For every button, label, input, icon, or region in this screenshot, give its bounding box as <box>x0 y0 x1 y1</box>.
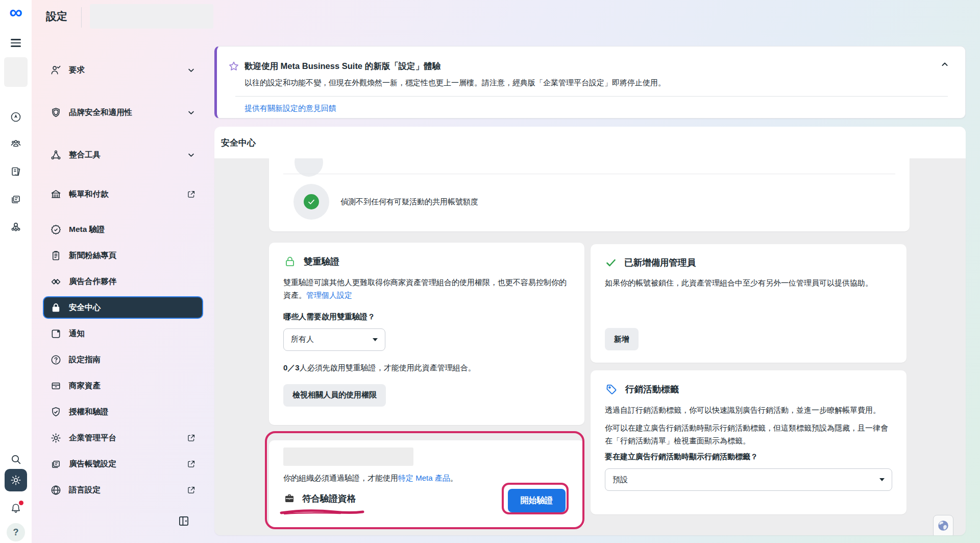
backup-admin-card: 已新增備用管理員 如果你的帳號被鎖住，此資產管理組合中至少有另外一位管理員可以提… <box>591 244 906 363</box>
tag-icon <box>605 383 618 396</box>
sidebar-item-14[interactable]: 語言設定 <box>43 479 203 501</box>
ads-doc-icon <box>50 458 62 470</box>
campaign-tags-question: 要在建立廣告行銷活動時顯示行銷活動標籤？ <box>605 452 892 462</box>
globe-icon[interactable] <box>933 515 953 535</box>
title-divider <box>81 7 82 28</box>
globe-icon <box>50 484 62 496</box>
settings-icon[interactable] <box>5 469 27 491</box>
verification-title-placeholder <box>283 447 413 466</box>
add-admin-button[interactable]: 新增 <box>605 328 639 350</box>
lock-icon <box>283 255 297 268</box>
chevron-up-icon[interactable] <box>937 57 953 73</box>
meta-products-link[interactable]: 特定 Meta 產品 <box>398 474 450 482</box>
status-divider <box>283 174 895 174</box>
content-icon[interactable] <box>5 160 27 183</box>
sidebar-item-2[interactable]: 整合工具 <box>43 144 203 166</box>
banner-title: 歡迎使用 Meta Business Suite 的新版「設定」體驗 <box>244 61 440 72</box>
external-icon <box>186 459 196 469</box>
chevron-down-icon <box>186 150 196 160</box>
sidebar-item-13[interactable]: 廣告帳號設定 <box>43 453 203 475</box>
campaign-tags-card: 行銷活動標籤 透過自訂行銷活動標籤，你可以快速識別廣告行銷活動，並進一步瞭解帳單… <box>591 370 906 514</box>
sidebar-item-3[interactable]: 帳單和付款 <box>43 183 203 205</box>
sidebar-menu: 要求品牌安全和適用性整合工具帳單和付款Meta 驗證新聞粉絲專頁廣告合作夥伴安全… <box>43 59 203 505</box>
main-content: 歡迎使用 Meta Business Suite 的新版「設定」體驗 以往的設定… <box>214 0 966 543</box>
backup-admin-title: 已新增備用管理員 <box>624 256 696 269</box>
security-checkup-card: 偵測不到任何有可疑活動的共用帳號額度 <box>269 158 910 231</box>
page-title: 設定 <box>46 9 67 23</box>
status-text: 偵測不到任何有可疑活動的共用帳號額度 <box>340 197 478 207</box>
eligible-label: 符合驗證資格 <box>302 492 356 505</box>
external-icon <box>186 485 196 495</box>
status-circle <box>293 184 329 220</box>
audience-icon[interactable] <box>5 132 27 155</box>
promote-icon[interactable] <box>5 106 27 128</box>
help-icon[interactable]: ? <box>7 523 25 541</box>
business-name-placeholder[interactable] <box>90 4 213 29</box>
nodes-icon <box>50 149 62 161</box>
two-factor-body: 雙重驗證可讓其他人更難取得你商家資產管理組合的使用權限，也更不容易控制你的資產。… <box>283 276 570 302</box>
external-icon <box>186 433 196 443</box>
business-avatar[interactable] <box>4 57 28 87</box>
app-rail: ∞ ? <box>0 0 32 543</box>
shield-check-icon <box>50 406 62 418</box>
check-circle-icon <box>304 194 319 209</box>
campaign-tags-dropdown[interactable]: 預設 <box>605 468 892 491</box>
sidebar-item-4[interactable]: Meta 驗證 <box>43 218 203 241</box>
sidebar-item-11[interactable]: 授權和驗證 <box>43 400 203 423</box>
status-row: 偵測不到任何有可疑活動的共用帳號額度 <box>293 184 478 220</box>
two-factor-audience-dropdown[interactable]: 所有人 <box>283 328 385 351</box>
sidebar-item-1[interactable]: 品牌安全和適用性 <box>43 101 203 124</box>
ad-accounts-icon[interactable] <box>5 188 27 210</box>
two-factor-count: 0／3人必須先啟用雙重驗證，才能使用此資產管理組合。 <box>283 363 570 373</box>
verification-body: 你的組織必須通過驗證，才能使用特定 Meta 產品。 <box>283 472 570 485</box>
two-factor-question: 哪些人需要啟用雙重驗證？ <box>283 312 570 322</box>
connected-assets-icon[interactable] <box>5 216 27 238</box>
section-header: 安全中心 <box>214 127 966 158</box>
notifications-icon[interactable] <box>5 497 27 520</box>
welcome-banner: 歡迎使用 Meta Business Suite 的新版「設定」體驗 以往的設定… <box>214 46 966 119</box>
sidebar-item-6[interactable]: 廣告合作夥伴 <box>43 270 203 293</box>
backup-admin-body: 如果你的帳號被鎖住，此資產管理組合中至少有另外一位管理員可以提供協助。 <box>605 277 892 290</box>
section-body: 偵測不到任何有可疑活動的共用帳號額度 雙重驗證 雙重驗證可讓其他人更難取得你商家… <box>214 158 966 535</box>
campaign-tags-p2: 你可以在建立廣告行銷活動時顯示行銷活動標籤，但這類標籤預設為隱藏，且一律會在「行… <box>605 422 892 447</box>
menu-icon[interactable] <box>5 32 27 54</box>
bell-square-icon <box>50 328 62 340</box>
star-icon <box>228 60 240 73</box>
view-permissions-button[interactable]: 檢視相關人員的使用權限 <box>283 384 386 407</box>
chevron-down-icon <box>186 108 196 117</box>
meta-logo-icon: ∞ <box>0 1 32 23</box>
start-verification-button[interactable]: 開始驗證 <box>508 489 566 512</box>
green-check-icon <box>605 256 617 269</box>
external-icon <box>186 190 196 199</box>
campaign-tags-p1: 透過自訂行銷活動標籤，你可以快速識別廣告行銷活動，並進一步瞭解帳單費用。 <box>605 404 892 417</box>
red-underline-annotation <box>279 509 365 516</box>
sidebar-item-12[interactable]: 企業管理平台 <box>43 427 203 449</box>
person-check-icon <box>50 64 62 76</box>
sidebar-item-5[interactable]: 新聞粉絲專頁 <box>43 244 203 267</box>
chevron-down-icon <box>373 338 378 341</box>
banner-divider <box>235 96 948 97</box>
manage-personal-settings-link[interactable]: 管理個人設定 <box>306 291 352 299</box>
sidebar-item-0[interactable]: 要求 <box>43 59 203 81</box>
clipboard-icon <box>50 250 62 262</box>
collapse-sidebar-icon[interactable] <box>176 514 191 529</box>
sidebar-item-10[interactable]: 商家資產 <box>43 374 203 397</box>
search-icon[interactable] <box>5 448 27 470</box>
sidebar-item-8[interactable]: 通知 <box>43 322 203 345</box>
shield-icon <box>50 107 62 119</box>
campaign-tags-title: 行銷活動標籤 <box>625 383 679 395</box>
handshake-icon <box>50 276 62 288</box>
briefcase-icon <box>283 492 296 505</box>
bank-icon <box>50 188 62 200</box>
notification-dot <box>19 501 23 505</box>
gear-icon <box>50 432 62 444</box>
feedback-link[interactable]: 提供有關新設定的意見回饋 <box>244 104 336 113</box>
verification-card: 你的組織必須通過驗證，才能使用特定 Meta 產品。 符合驗證資格 開始驗證 <box>269 440 584 527</box>
chevron-down-icon <box>186 65 196 75</box>
question-circle-icon <box>50 354 62 366</box>
security-center-section: 安全中心 偵測不到任何有可疑活動的共用帳號額度 雙重驗證 <box>214 127 966 535</box>
two-factor-title: 雙重驗證 <box>304 255 339 268</box>
sidebar-item-7[interactable]: 安全中心 <box>43 296 203 319</box>
sidebar-item-9[interactable]: 設定指南 <box>43 348 203 371</box>
banner-body: 以往的設定和功能不變，但現在外觀煥然一新，穩定性也更上一層樓。請注意，經典版「企… <box>244 78 666 88</box>
